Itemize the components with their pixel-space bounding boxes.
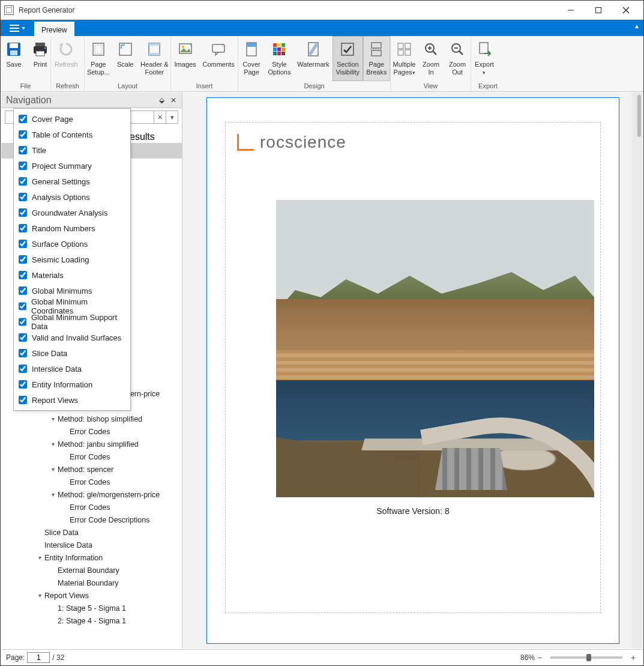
multiple-pages-button[interactable]: Multiple Pages▾ xyxy=(391,36,418,81)
nav-search-dropdown[interactable]: ▾ xyxy=(166,110,178,124)
comments-button[interactable]: + Comments xyxy=(199,36,238,81)
checkbox-icon[interactable] xyxy=(19,146,27,154)
scale-button[interactable]: Scale xyxy=(112,36,139,81)
page-breaks-button[interactable]: Page Breaks xyxy=(363,36,390,81)
visibility-check-global-minimum-coordinates[interactable]: Global Minimum Coordinates xyxy=(14,298,130,314)
tree-item[interactable]: ▾Report Views xyxy=(1,589,182,602)
tree-item[interactable]: Error Codes xyxy=(1,450,182,463)
visibility-check-label: Seismic Loading xyxy=(32,255,89,264)
svg-line-44 xyxy=(433,51,436,55)
checkbox-icon[interactable] xyxy=(19,177,27,186)
minimize-button[interactable] xyxy=(557,1,585,19)
nav-close-icon[interactable]: ✕ xyxy=(169,95,178,105)
tree-item[interactable]: Interslice Data xyxy=(1,539,182,551)
checkbox-icon[interactable] xyxy=(19,396,27,404)
zoom-slider[interactable] xyxy=(550,656,622,659)
visibility-check-groundwater-analysis[interactable]: Groundwater Analysis xyxy=(14,205,130,220)
watermark-button[interactable]: Watermark xyxy=(294,36,333,81)
visibility-check-slice-data[interactable]: Slice Data xyxy=(14,345,130,361)
close-button[interactable] xyxy=(612,1,640,19)
nav-search-clear[interactable]: ✕ xyxy=(154,110,166,124)
document-page[interactable]: rocscience Software Version: 8 xyxy=(206,97,619,644)
visibility-check-global-minimum-support-data[interactable]: Global Minimum Support Data xyxy=(14,314,130,330)
print-button[interactable]: Print xyxy=(27,36,53,81)
svg-line-34 xyxy=(310,44,317,55)
tree-item[interactable]: ▾Method: bishop simplified xyxy=(1,413,182,425)
checkbox-icon[interactable] xyxy=(19,208,27,217)
page-label: Page: xyxy=(6,653,25,662)
document-scrollbar[interactable] xyxy=(632,92,643,649)
header-footer-button[interactable]: Header & Footer xyxy=(139,36,170,81)
checkbox-icon[interactable] xyxy=(19,271,27,279)
tree-item-label: Material Boundary xyxy=(58,579,118,587)
section-visibility-button[interactable]: Section Visibility xyxy=(333,36,363,81)
visibility-check-surface-options[interactable]: Surface Options xyxy=(14,236,130,252)
page-setup-icon xyxy=(89,40,107,58)
visibility-check-table-of-contents[interactable]: Table of Contents xyxy=(14,127,130,142)
checkbox-icon[interactable] xyxy=(19,286,27,295)
tree-item[interactable]: Error Code Descriptions xyxy=(1,513,182,526)
tree-item[interactable]: ▾Method: janbu simplified xyxy=(1,438,182,450)
tree-item[interactable]: ▾Method: spencer xyxy=(1,463,182,476)
checkbox-icon[interactable] xyxy=(19,115,27,123)
checkbox-icon[interactable] xyxy=(19,224,27,232)
checkbox-icon[interactable] xyxy=(19,193,27,201)
zoom-plus-button[interactable]: + xyxy=(628,653,638,662)
maximize-button[interactable] xyxy=(585,1,612,19)
visibility-check-global-minimums[interactable]: Global Minimums xyxy=(14,283,130,298)
visibility-check-cover-page[interactable]: Cover Page xyxy=(14,111,130,127)
tree-item[interactable]: Material Boundary xyxy=(1,577,182,589)
zoom-out-button[interactable]: Zoom Out xyxy=(444,36,471,81)
visibility-check-analysis-options[interactable]: Analysis Options xyxy=(14,189,130,205)
zoom-in-button[interactable]: Zoom In xyxy=(418,36,444,81)
visibility-check-project-summary[interactable]: Project Summary xyxy=(14,158,130,174)
visibility-check-materials[interactable]: Materials xyxy=(14,267,130,283)
images-icon: + xyxy=(176,40,194,58)
tree-item[interactable]: Error Codes xyxy=(1,425,182,438)
tree-item[interactable]: External Boundary xyxy=(1,564,182,577)
page-number-input[interactable] xyxy=(27,652,50,663)
tree-item[interactable]: ▾Entity Information xyxy=(1,551,182,564)
page-setup-button[interactable]: Page Setup... xyxy=(85,36,112,81)
pin-icon[interactable]: ⬙ xyxy=(157,95,166,105)
checkbox-icon[interactable] xyxy=(19,240,27,248)
tree-item-label: Slice Data xyxy=(44,528,79,537)
visibility-check-title[interactable]: Title xyxy=(14,142,130,158)
tree-item-label: 1: Stage 5 - Sigma 1 xyxy=(58,604,126,613)
visibility-check-interslice-data[interactable]: Interslice Data xyxy=(14,361,130,377)
checkbox-icon[interactable] xyxy=(19,380,27,389)
svg-rect-28 xyxy=(277,47,281,51)
visibility-check-general-settings[interactable]: General Settings xyxy=(14,174,130,189)
checkbox-icon[interactable] xyxy=(19,255,27,264)
visibility-check-label: Slice Data xyxy=(32,349,67,358)
tree-item[interactable]: Error Codes xyxy=(1,476,182,488)
ribbon-collapse-button[interactable]: ▲ xyxy=(634,23,640,29)
checkbox-icon[interactable] xyxy=(19,302,26,310)
cover-page-button[interactable]: Cover Page xyxy=(238,36,265,81)
cover-photo xyxy=(276,200,594,497)
visibility-check-entity-information[interactable]: Entity Information xyxy=(14,377,130,392)
checkbox-icon[interactable] xyxy=(19,365,27,373)
save-button[interactable]: Save xyxy=(1,36,27,81)
export-button[interactable]: Export▾ xyxy=(471,36,498,81)
app-menu-button[interactable] xyxy=(1,20,34,36)
tree-item[interactable]: 2: Stage 4 - Sigma 1 xyxy=(1,614,182,627)
checkbox-icon[interactable] xyxy=(19,130,27,139)
checkbox-icon[interactable] xyxy=(19,318,26,326)
checkbox-icon[interactable] xyxy=(19,333,27,342)
tab-preview[interactable]: Preview xyxy=(34,22,74,36)
page-breaks-icon xyxy=(367,40,385,58)
visibility-check-report-views[interactable]: Report Views xyxy=(14,392,130,408)
zoom-minus-button[interactable]: − xyxy=(535,653,544,662)
checkbox-icon[interactable] xyxy=(19,162,27,170)
style-options-button[interactable]: Style Options xyxy=(265,36,294,81)
tree-item[interactable]: Error Codes xyxy=(1,501,182,513)
tree-item[interactable]: ▾Method: gle/morgenstern-price xyxy=(1,488,182,501)
visibility-check-random-numbers[interactable]: Random Numbers xyxy=(14,220,130,236)
checkbox-icon[interactable] xyxy=(19,349,27,357)
visibility-check-valid-and-invalid-surfaces[interactable]: Valid and Invalid Surfaces xyxy=(14,330,130,345)
images-button[interactable]: + Images xyxy=(171,36,199,81)
tree-item[interactable]: 1: Stage 5 - Sigma 1 xyxy=(1,602,182,614)
visibility-check-seismic-loading[interactable]: Seismic Loading xyxy=(14,252,130,267)
tree-item[interactable]: Slice Data xyxy=(1,526,182,539)
